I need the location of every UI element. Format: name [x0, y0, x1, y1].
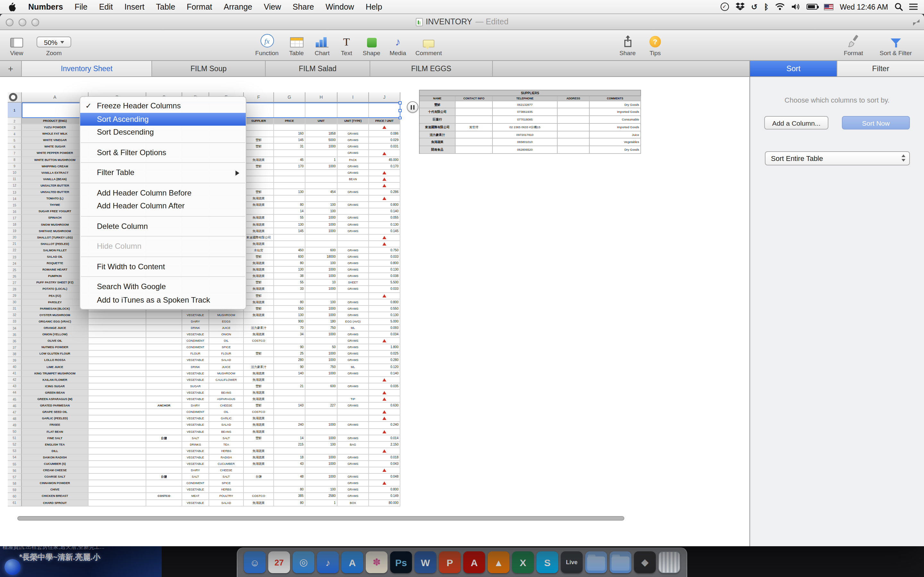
calendar-icon[interactable]: 27	[268, 551, 290, 573]
cell-G28[interactable]: 33	[274, 286, 305, 293]
cell-J41[interactable]: 0.140	[369, 370, 401, 377]
cell-C44[interactable]	[146, 390, 182, 396]
cell-A27[interactable]: PUFF PASTRY SHEET (FZ)	[22, 280, 89, 286]
cell-C39[interactable]	[146, 358, 182, 364]
cell-H32[interactable]: 1000	[305, 312, 338, 319]
cell-J58[interactable]	[369, 480, 401, 487]
menu-view[interactable]: View	[258, 0, 287, 13]
app-store-icon[interactable]: A	[341, 551, 363, 573]
cell-B45[interactable]	[89, 396, 146, 403]
cell-I38[interactable]: GRAMS	[338, 351, 369, 358]
cell-D47[interactable]: CONDIMENT	[182, 409, 209, 416]
cell-E46[interactable]: CHEESE	[209, 403, 244, 409]
suppliers-cell[interactable]	[557, 139, 590, 147]
cell-F5[interactable]: 豐鮮	[244, 137, 274, 144]
cell-G22[interactable]: 450	[274, 247, 305, 254]
add-a-column-button[interactable]: Add a Column...	[764, 116, 829, 129]
cell-I6[interactable]: GRAMS	[338, 144, 369, 150]
cell-F51[interactable]: 豐鮮	[244, 435, 274, 442]
suppliers-cell[interactable]	[456, 131, 493, 139]
cell-I25[interactable]: GRAMS	[338, 267, 369, 273]
cell-A4[interactable]: WHOLE FAT MILK	[22, 131, 89, 137]
cell-J59[interactable]: 0.800	[369, 487, 401, 493]
cell-C46[interactable]: ANCHOR	[146, 403, 182, 409]
cell-I39[interactable]: GRAMS	[338, 358, 369, 364]
cell-C32[interactable]	[146, 312, 182, 319]
row-number-53[interactable]: 53	[8, 448, 22, 455]
cell-G47[interactable]	[274, 409, 305, 416]
toolbar-function-button[interactable]: fx Function	[254, 33, 280, 56]
cell-H41[interactable]: 1000	[305, 370, 338, 377]
cell-D45[interactable]: VEGETABLE	[182, 396, 209, 403]
cell-F30[interactable]: 魚湖蔬菜	[244, 299, 274, 306]
cell-A57[interactable]: COARSE SALT	[22, 474, 89, 480]
excel-icon[interactable]: X	[512, 551, 534, 573]
cell-F37[interactable]	[244, 345, 274, 351]
cell-H31[interactable]: 1000	[305, 306, 338, 312]
row-number-34[interactable]: 34	[8, 325, 22, 332]
cell-E44[interactable]: BEANS	[209, 390, 244, 396]
row-number-52[interactable]: 52	[8, 442, 22, 448]
cell-I41[interactable]: GRAMS	[338, 370, 369, 377]
cell-H25[interactable]: 1000	[305, 267, 338, 273]
cell-F42[interactable]: 魚湖蔬菜	[244, 377, 274, 384]
cell-F15[interactable]: 魚湖蔬菜	[244, 202, 274, 208]
cell-I42[interactable]	[338, 377, 369, 384]
cell-I24[interactable]: GRAMS	[338, 260, 369, 267]
cell-G59[interactable]: 80	[274, 487, 305, 493]
suppliers-cell[interactable]	[557, 147, 590, 154]
cell-B52[interactable]	[89, 442, 146, 448]
cell-G12[interactable]	[274, 183, 305, 189]
cell-E61[interactable]: SALAD	[209, 500, 244, 506]
cell-E57[interactable]: SALT	[209, 474, 244, 480]
suppliers-cell[interactable]	[456, 139, 493, 147]
cell-C56[interactable]	[146, 467, 182, 474]
cell-J39[interactable]: 0.280	[369, 358, 401, 364]
cell-D61[interactable]: VEGETABLE	[182, 500, 209, 506]
cell-D37[interactable]: CONDIMENT	[182, 345, 209, 351]
cell-F3[interactable]	[244, 124, 274, 131]
cell-E40[interactable]: JUICE	[209, 364, 244, 370]
cell-A47[interactable]: GRAPE SEED OIL	[22, 409, 89, 416]
row-number-21[interactable]: 21	[8, 241, 22, 247]
cell-C38[interactable]	[146, 351, 182, 358]
suppliers-cell[interactable]	[557, 109, 590, 116]
cell-A1[interactable]	[22, 103, 89, 118]
cell-H45[interactable]	[305, 396, 338, 403]
cell-G30[interactable]: 80	[274, 299, 305, 306]
cell-J45[interactable]	[369, 396, 401, 403]
row-number-26[interactable]: 26	[8, 274, 22, 280]
cell-A25[interactable]: ROMAINE HEART	[22, 267, 89, 273]
row-number-8[interactable]: 8	[8, 157, 22, 163]
cell-J38[interactable]: 0.025	[369, 351, 401, 358]
cell-D55[interactable]: VEGETABLE	[182, 461, 209, 467]
cell-G32[interactable]: 130	[274, 312, 305, 319]
cell-E50[interactable]: BEANS	[209, 429, 244, 435]
row-number-24[interactable]: 24	[8, 260, 22, 267]
cell-H46[interactable]: 227	[305, 403, 338, 409]
row-number-5[interactable]: 5	[8, 137, 22, 144]
safari-icon[interactable]: ◎	[292, 551, 314, 573]
suppliers-cell[interactable]: 魚湖蔬菜	[420, 139, 456, 147]
cell-A13[interactable]: UNSALTED BUTTER	[22, 189, 89, 195]
cell-G52[interactable]: 215	[274, 442, 305, 448]
cell-H24[interactable]: 100	[305, 260, 338, 267]
cell-C60[interactable]: COSTCO	[146, 493, 182, 500]
cell-G54[interactable]: 18	[274, 455, 305, 461]
cell-A24[interactable]: ROQUETTE	[22, 260, 89, 267]
cell-F12[interactable]	[244, 183, 274, 189]
suppliers-cell[interactable]: 黃世璋	[456, 124, 493, 131]
cell-I60[interactable]: GRAMS	[338, 493, 369, 500]
toolbar-table-button[interactable]: Table	[288, 33, 305, 56]
apple-menu[interactable]	[0, 0, 23, 13]
cell-C34[interactable]	[146, 325, 182, 332]
cell-J19[interactable]: 0.145	[369, 228, 401, 234]
row-number-43[interactable]: 43	[8, 384, 22, 390]
cell-A16[interactable]: SUGAR FREE YOGURT	[22, 209, 89, 215]
cell-B55[interactable]	[89, 461, 146, 467]
cell-I9[interactable]: GRAMS	[338, 163, 369, 169]
row-number-20[interactable]: 20	[8, 234, 22, 241]
cell-H1[interactable]	[305, 103, 338, 118]
row-number-35[interactable]: 35	[8, 332, 22, 338]
cell-H47[interactable]	[305, 409, 338, 416]
